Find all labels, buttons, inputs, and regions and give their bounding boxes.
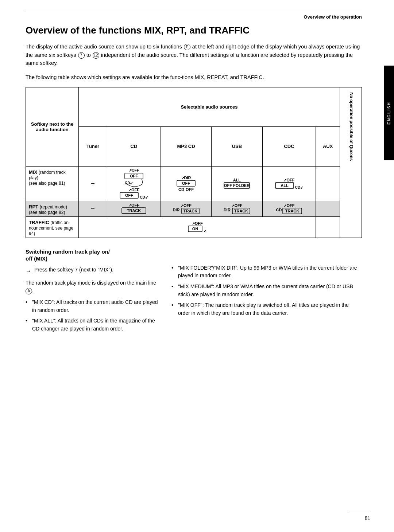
no-operation-cell: No operation possible of Queens [340,87,362,167]
mix-aux [316,166,340,201]
header-divider [26,11,362,11]
svg-text:ON: ON [192,227,198,231]
mix-usb: ALL OFF FOLDER [212,166,262,201]
svg-text:TRACK: TRACK [127,208,141,213]
mix-mp3cd: ↗DIR OFF CDOFF [161,166,211,201]
row-rpt-label: RPT (repeat mode)(see also page 82) [26,201,79,216]
page-container: ENGLISH Overview of the operation Overvi… [0,0,394,532]
svg-text:TRACK: TRACK [183,209,197,213]
row-mix: MIX (random track play)(see also page 81… [26,166,362,201]
bullet-mix-folder: "MIX FOLDER"/"MIX DIR": Up to 99 MP3 or … [171,264,362,280]
table-header-sources: Selectable audio sources [79,87,340,127]
bullet-mix-all: "MIX ALL": All tracks on all CDs in the … [26,317,161,333]
rpt-aux [316,201,340,216]
rpt-cdc: ↗OFF CD TRACK [262,201,316,216]
circle-f: F [184,44,190,50]
switching-heading: Switching random track play on/off (MIX) [26,248,161,262]
step-description: The random track play mode is displayed … [26,279,161,295]
traffic-all: ↗OFF ON ↙ [79,216,316,238]
two-column-section: Switching random track play on/off (MIX)… [26,248,362,336]
svg-text:TRACK: TRACK [234,209,248,213]
row-traffic: TRAFFIC (traffic an-nouncement, see page… [26,216,362,238]
table-header-softkey: Softkey next to theaudio function [26,87,79,167]
circle-7-step: 7 [75,267,78,273]
main-content: Overview of the operation Overview of th… [0,0,384,351]
left-column: Switching random track play on/off (MIX)… [26,248,161,336]
arrow-step: → Press the softkey 7 (next to "MIX"). [26,266,161,275]
bullet-mix-cd: "MIX CD": All tracks on the current audi… [26,298,161,314]
svg-text:OFF: OFF [130,174,138,178]
page-number-container: 81 [348,513,370,521]
row-mix-label: MIX (random track play)(see also page 81… [26,166,79,201]
col-aux: AUX [316,127,340,166]
svg-text:OFF: OFF [182,181,190,185]
section-title: Overview of the operation [26,14,362,20]
page-number: 81 [348,513,370,521]
page-title: Overview of the functions MIX, RPT, and … [26,25,362,36]
circle-a: A [26,288,32,294]
circle-12: 12 [93,52,99,59]
bullets-right: "MIX FOLDER"/"MIX DIR": Up to 99 MP3 or … [171,264,362,317]
rpt-cd: ↗OFF TRACK [107,201,161,216]
col-mp3cd: MP3 CD [161,127,211,166]
rpt-tuner: – [79,201,107,216]
col-tuner: Tuner [79,127,107,166]
mix-cdc: ↗OFF ALL CD↙ [262,166,316,201]
no-op-text: No operation possible of Queens [347,90,355,163]
function-table: Softkey next to theaudio function Select… [26,87,362,238]
svg-text:CD↙: CD↙ [125,181,133,185]
mix-cd: ↗OFF OFF CD↙ ↗OFF OFF CD↙ [107,166,161,201]
side-tab: ENGLISH [384,66,394,160]
col-cdc: CDC [262,127,316,166]
svg-text:↗OFF: ↗OFF [129,168,139,172]
row-rpt: RPT (repeat mode)(see also page 82) – ↗O… [26,201,362,216]
arrow-icon: → [26,267,31,275]
svg-text:ALL: ALL [281,183,289,188]
side-tab-label: ENGLISH [387,102,391,125]
circle-7: 7 [78,52,85,59]
intro-paragraph: The display of the active audio source c… [26,43,362,67]
col-usb: USB [212,127,262,166]
traffic-aux [316,216,340,238]
rpt-usb: ↗OFF DIR TRACK [212,201,262,216]
right-column: "MIX FOLDER"/"MIX DIR": Up to 99 MP3 or … [171,248,362,336]
col-cd: CD [107,127,161,166]
mix-tuner: – [79,166,107,201]
rpt-mp3cd: ↗OFF DIR TRACK [161,201,211,216]
row-traffic-label: TRAFFIC (traffic an-nouncement, see page… [26,216,79,238]
bullets-left: "MIX CD": All tracks on the current audi… [26,298,161,333]
arrow-step-text: Press the softkey 7 (next to "MIX"). [34,266,113,274]
svg-text:OFF  FOLDER: OFF FOLDER [224,183,250,188]
bullet-mix-medium: "MIX MEDIUM": All MP3 or WMA titles on t… [171,283,362,298]
bullet-mix-off: "MIX OFF": The random track play is swit… [171,301,362,317]
svg-text:TRACK: TRACK [285,209,300,213]
svg-text:OFF: OFF [125,193,133,197]
table-intro-paragraph: The following table shows which settings… [26,73,362,81]
